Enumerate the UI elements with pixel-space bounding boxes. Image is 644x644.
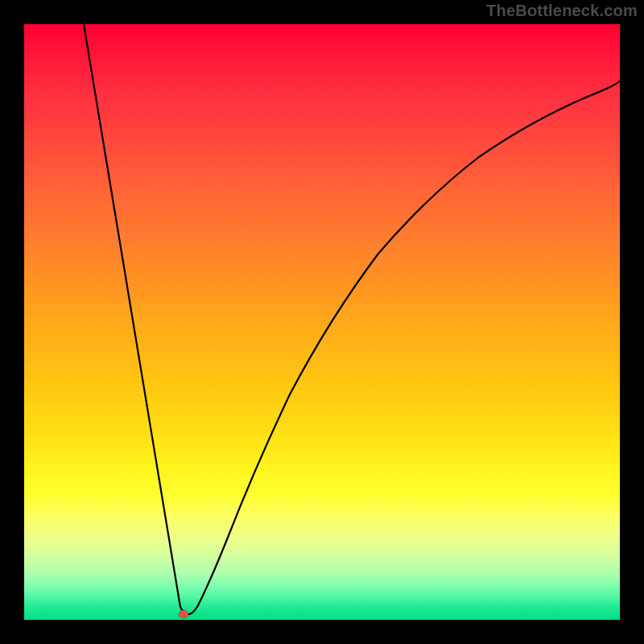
watermark-text: TheBottleneck.com (486, 2, 638, 20)
plot-area (24, 24, 620, 620)
chart-frame: TheBottleneck.com (0, 0, 644, 644)
bottleneck-curve (84, 24, 620, 614)
chart-svg (24, 24, 620, 620)
bottleneck-point-marker (179, 610, 188, 618)
